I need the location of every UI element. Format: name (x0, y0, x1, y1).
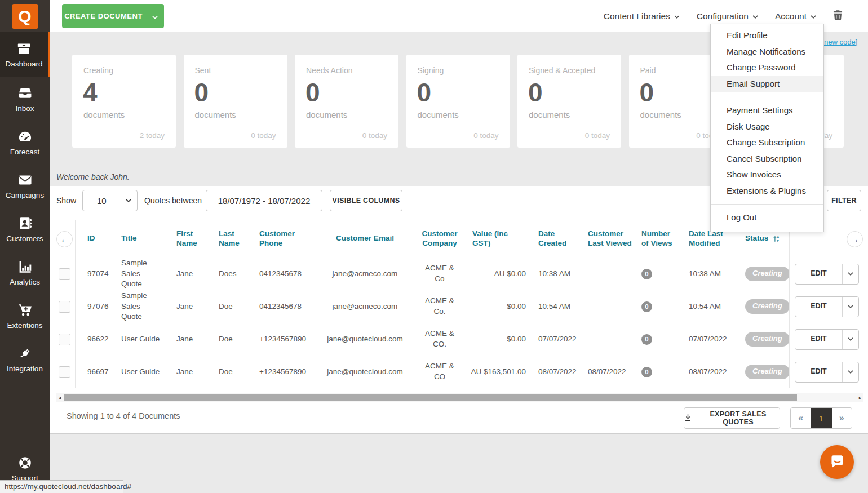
create-document-split-button: CREATE DOCUMENT (62, 4, 164, 28)
edit-dropdown-toggle[interactable] (842, 330, 858, 349)
show-count-select[interactable]: 10 (82, 190, 138, 211)
menu-item-change-subscription[interactable]: Change Subscription (711, 135, 823, 151)
stat-card-creating: Creating4documents2 today (72, 55, 176, 148)
menu-item-show-invoices[interactable]: Show Invoices (711, 167, 823, 183)
chat-support-button[interactable] (820, 445, 854, 479)
export-sales-quotes-button[interactable]: EXPORT SALES QUOTES (684, 407, 780, 429)
stat-card-title: Signed & Accepted (529, 66, 595, 75)
new-code-link[interactable]: new code] (824, 38, 857, 46)
scrollbar-thumb[interactable] (64, 394, 797, 401)
pagination-current-page[interactable]: 1 (811, 408, 832, 428)
table-row: 97074Sample Sales QuoteJaneDoes041234567… (56, 257, 868, 290)
row-checkbox[interactable] (59, 334, 70, 345)
cell-date_modified: 10:54 AM (679, 290, 738, 323)
column-header-customer-phone[interactable]: Customer Phone (254, 220, 313, 257)
svg-text:Z: Z (777, 239, 780, 242)
sidebar-item-extentions[interactable]: Extentions (0, 294, 50, 337)
cell-date_created: 08/07/2022 (530, 356, 581, 388)
column-header-label: Value (inc GST) (472, 229, 514, 248)
column-header-title[interactable]: Title (116, 220, 169, 257)
edit-dropdown-toggle[interactable] (842, 362, 858, 382)
date-range-input[interactable] (206, 190, 322, 211)
row-checkbox[interactable] (59, 301, 70, 313)
trash-button[interactable] (833, 10, 843, 23)
menu-item-log-out[interactable]: Log Out (711, 210, 823, 226)
column-header-value-inc-gst[interactable]: Value (inc GST) (462, 220, 530, 257)
sidebar-item-dashboard[interactable]: Dashboard (0, 32, 50, 77)
create-document-button[interactable]: CREATE DOCUMENT (62, 4, 145, 28)
cell-id: 96697 (75, 356, 116, 388)
stat-card-unit: documents (640, 110, 681, 119)
scroll-columns-left-button[interactable]: ← (56, 231, 73, 247)
sidebar-item-campaigns[interactable]: Campaigns (0, 164, 50, 207)
stat-card-unit: documents (83, 110, 125, 119)
chat-bubble-icon (828, 452, 847, 473)
menu-item-change-password[interactable]: Change Password (711, 60, 823, 76)
edit-split-button: EDIT (795, 264, 859, 285)
column-header-number-of-views[interactable]: Number of Views (634, 220, 679, 257)
column-header-label: Date Last Modified (689, 229, 738, 248)
pagination-next-button[interactable]: » (832, 408, 852, 428)
column-header-customer-company[interactable]: Customer Company (417, 220, 462, 257)
stat-card-today: 0 today (251, 131, 276, 140)
cell-text: Sample Sales Quote (121, 258, 162, 290)
menu-item-payment-settings[interactable]: Payment Settings (711, 103, 823, 119)
column-header-first-name[interactable]: First Name (169, 220, 211, 257)
edit-button[interactable]: EDIT (795, 330, 842, 349)
scrollbar-left-arrow[interactable]: ◂ (56, 393, 63, 402)
cell-date_created: 10:54 AM (530, 290, 581, 323)
sidebar-item-label: Analytics (10, 278, 40, 286)
cell-date_modified: 08/07/2022 (679, 356, 738, 388)
sidebar-item-inbox[interactable]: Inbox (0, 77, 50, 121)
menu-item-extensions-plugins[interactable]: Extensions & Plugins (711, 183, 823, 199)
pagination: « 1 » (790, 407, 852, 429)
menu-item-manage-notifications[interactable]: Manage Notifications (711, 44, 823, 60)
sidebar-item-customers[interactable]: Customers (0, 207, 50, 251)
table-controls: Show 10 Quotes between VISIBLE COLUMNS (56, 190, 402, 211)
status-badge: Creating (745, 299, 790, 313)
edit-dropdown-toggle[interactable] (842, 297, 858, 317)
cell-status: Creating (738, 323, 789, 356)
pagination-prev-button[interactable]: « (791, 408, 811, 428)
visible-columns-button[interactable]: VISIBLE COLUMNS (330, 190, 402, 211)
scrollbar-right-arrow[interactable]: ▸ (857, 393, 863, 402)
nav-content-libraries[interactable]: Content Libraries (604, 11, 680, 21)
sort-az-icon[interactable]: AZ (773, 235, 781, 243)
column-header-customer-last-viewed[interactable]: Customer Last Viewed (581, 220, 634, 257)
edit-dropdown-toggle[interactable] (842, 264, 858, 284)
menu-item-email-support[interactable]: Email Support (711, 76, 823, 92)
column-header-label: Title (121, 234, 137, 243)
column-header-id[interactable]: ID (75, 220, 116, 257)
analytics-chart-icon (17, 259, 33, 274)
row-checkbox[interactable] (59, 366, 70, 378)
scroll-columns-right-button[interactable]: → (847, 231, 863, 247)
edit-button[interactable]: EDIT (795, 362, 842, 382)
menu-item-edit-profile[interactable]: Edit Profile (711, 28, 823, 44)
column-header-label: Customer Email (336, 234, 394, 243)
nav-configuration[interactable]: Configuration (697, 11, 758, 21)
cell-title: Sample Sales Quote (116, 257, 169, 290)
filter-button[interactable]: FILTER (827, 190, 861, 211)
status-badge: Creating (745, 365, 790, 379)
sidebar-item-analytics[interactable]: Analytics (0, 251, 50, 294)
column-header-date-created[interactable]: Date Created (530, 220, 581, 257)
account-dropdown-menu: Edit ProfileManage NotificationsChange P… (710, 24, 824, 232)
nav-account[interactable]: Account (775, 11, 816, 21)
edit-button[interactable]: EDIT (795, 264, 842, 284)
support-lifering-icon (17, 455, 33, 470)
dashboard-archive-icon (16, 41, 32, 56)
row-checkbox[interactable] (59, 268, 70, 280)
column-header-label: Customer Phone (259, 229, 313, 248)
cell-text: jane@quotecloud.com (327, 367, 403, 377)
column-header-label: ID (87, 234, 95, 243)
column-header-last-name[interactable]: Last Name (211, 220, 254, 257)
menu-item-disk-usage[interactable]: Disk Usage (711, 119, 823, 135)
cell-last_name: Doe (211, 323, 254, 356)
column-header-customer-email[interactable]: Customer Email (313, 220, 417, 257)
create-document-dropdown-toggle[interactable] (145, 4, 164, 28)
sidebar-item-forecast[interactable]: Forecast (0, 121, 50, 164)
edit-button[interactable]: EDIT (795, 297, 842, 317)
sidebar-item-integration[interactable]: Integration (0, 337, 50, 381)
menu-item-cancel-subscription[interactable]: Cancel Subscription (711, 151, 823, 167)
cell-title: Sample Sales Quote (116, 290, 169, 323)
